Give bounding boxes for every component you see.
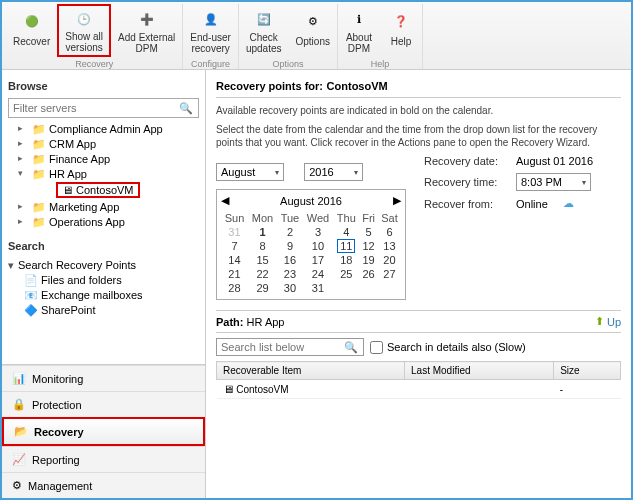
tree-item[interactable]: 📁CRM App (18, 137, 199, 152)
folder-icon: 📁 (32, 168, 46, 180)
toolbar-icon: ➕ (133, 7, 161, 31)
cal-day[interactable]: 10 (303, 239, 333, 253)
cal-day[interactable]: 31 (221, 225, 248, 239)
cal-day[interactable]: 21 (221, 267, 248, 281)
month-select[interactable]: August (216, 163, 284, 181)
recoverable-table: Recoverable ItemLast ModifiedSize 🖥 Cont… (216, 361, 621, 399)
tree-item[interactable]: 📁Finance App (18, 152, 199, 167)
year-select[interactable]: 2016 (304, 163, 362, 181)
up-button[interactable]: ⬆Up (595, 315, 621, 328)
cal-day[interactable]: 13 (378, 239, 401, 253)
cal-day[interactable]: 25 (333, 267, 359, 281)
cal-day[interactable]: 17 (303, 253, 333, 267)
toolbar-help[interactable]: ❓Help (380, 4, 422, 57)
tree-item[interactable]: 📁HR App🖥 ContosoVM (18, 167, 199, 200)
server-tree: 📁Compliance Admin App📁CRM App📁Finance Ap… (8, 122, 199, 230)
left-panel: Browse 🔍 📁Compliance Admin App📁CRM App📁F… (2, 70, 206, 498)
cal-day[interactable]: 3 (303, 225, 333, 239)
toolbar-icon: 🟢 (18, 7, 46, 35)
cal-day[interactable]: 28 (221, 281, 248, 295)
recovery-time-label: Recovery time: (424, 176, 510, 188)
cal-day (333, 281, 359, 295)
nav: 📊Monitoring🔒Protection📂Recovery📈Reportin… (2, 365, 205, 498)
path-label: Path: (216, 316, 244, 328)
cal-day[interactable]: 26 (359, 267, 378, 281)
search-slow-checkbox[interactable]: Search in details also (Slow) (370, 341, 526, 354)
nav-monitoring[interactable]: 📊Monitoring (2, 365, 205, 391)
table-row[interactable]: 🖥 ContosoVM- (217, 380, 621, 399)
cal-day[interactable]: 15 (248, 253, 277, 267)
folder-icon: 📁 (32, 153, 46, 165)
cal-day[interactable]: 8 (248, 239, 277, 253)
browse-heading: Browse (8, 80, 199, 94)
group-label: Options (272, 59, 303, 69)
cal-day[interactable]: 16 (277, 253, 303, 267)
nav-management[interactable]: ⚙Management (2, 472, 205, 498)
search-item[interactable]: 📄 Files and folders (8, 273, 199, 288)
list-search-input[interactable] (216, 338, 364, 356)
tree-item[interactable]: 🖥 ContosoVM (42, 181, 199, 199)
toolbar-show-all-versions[interactable]: 🕒Show allversions (57, 4, 111, 57)
cal-day[interactable]: 19 (359, 253, 378, 267)
cal-day[interactable]: 24 (303, 267, 333, 281)
toolbar-end-user-recovery[interactable]: 👤End-userrecovery (183, 4, 238, 57)
cal-day[interactable]: 31 (303, 281, 333, 295)
tree-item[interactable]: 📁Compliance Admin App (18, 122, 199, 137)
toolbar-icon: ❓ (387, 7, 415, 35)
nav-icon: ⚙ (12, 479, 22, 492)
nav-protection[interactable]: 🔒Protection (2, 391, 205, 417)
cal-day[interactable]: 5 (359, 225, 378, 239)
col-header[interactable]: Recoverable Item (217, 362, 405, 380)
recover-from-label: Recover from: (424, 198, 510, 210)
nav-icon: 📈 (12, 453, 26, 466)
filter-servers-input[interactable] (8, 98, 199, 118)
cal-day[interactable]: 14 (221, 253, 248, 267)
cal-day[interactable]: 29 (248, 281, 277, 295)
cal-day[interactable]: 27 (378, 267, 401, 281)
search-item-icon: 🔷 (24, 304, 38, 316)
cal-day[interactable]: 1 (248, 225, 277, 239)
cal-next[interactable]: ▶ (393, 194, 401, 207)
cal-day (378, 281, 401, 295)
folder-icon: 📁 (32, 123, 46, 135)
search-item-icon: 📧 (24, 289, 38, 301)
folder-icon: 📁 (32, 138, 46, 150)
toolbar-add-external-dpm[interactable]: ➕Add ExternalDPM (111, 4, 182, 57)
vm-icon: 🖥 (62, 184, 73, 196)
tree-item[interactable]: 📁Marketing App (18, 200, 199, 215)
nav-recovery[interactable]: 📂Recovery (2, 417, 205, 446)
search-item[interactable]: 🔷 SharePoint (8, 303, 199, 318)
cal-day[interactable]: 22 (248, 267, 277, 281)
search-group[interactable]: Search Recovery Points (8, 258, 199, 273)
cal-day (359, 281, 378, 295)
nav-reporting[interactable]: 📈Reporting (2, 446, 205, 472)
cal-day[interactable]: 4 (333, 225, 359, 239)
cal-prev[interactable]: ◀ (221, 194, 229, 207)
search-heading: Search (8, 240, 199, 254)
cal-day[interactable]: 12 (359, 239, 378, 253)
toolbar-check-updates[interactable]: 🔄Checkupdates (239, 4, 289, 57)
cal-day[interactable]: 2 (277, 225, 303, 239)
tree-item[interactable]: 📁Operations App (18, 215, 199, 230)
nav-icon: 📊 (12, 372, 26, 385)
search-item[interactable]: 📧 Exchange mailboxes (8, 288, 199, 303)
recovery-desc2: Select the date from the calendar and th… (216, 123, 621, 149)
cal-day[interactable]: 7 (221, 239, 248, 253)
col-header[interactable]: Size (554, 362, 621, 380)
search-icon: 🔍 (344, 341, 358, 354)
cal-day[interactable]: 20 (378, 253, 401, 267)
toolbar-options[interactable]: ⚙Options (289, 4, 337, 57)
toolbar-recover[interactable]: 🟢Recover (6, 4, 57, 57)
col-header[interactable]: Last Modified (405, 362, 554, 380)
cal-day[interactable]: 18 (333, 253, 359, 267)
recovery-desc1: Available recovery points are indicated … (216, 104, 621, 117)
vm-icon: 🖥 (223, 383, 234, 395)
cloud-icon: ☁ (563, 197, 574, 210)
cal-day[interactable]: 30 (277, 281, 303, 295)
cal-day[interactable]: 23 (277, 267, 303, 281)
cal-day[interactable]: 9 (277, 239, 303, 253)
cal-day[interactable]: 6 (378, 225, 401, 239)
recovery-time-select[interactable]: 8:03 PM (516, 173, 591, 191)
toolbar-about-dpm[interactable]: ℹAboutDPM (338, 4, 380, 57)
cal-day[interactable]: 11 (333, 239, 359, 253)
